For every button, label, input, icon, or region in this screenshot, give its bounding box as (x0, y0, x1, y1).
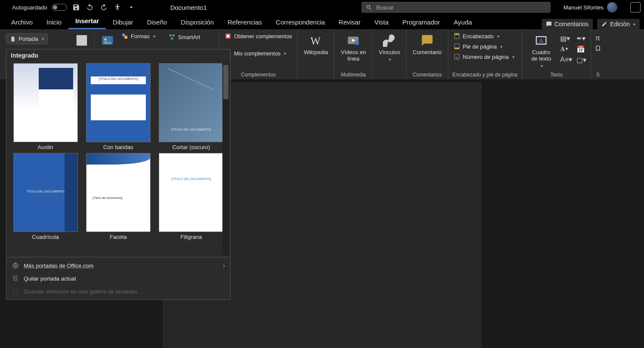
group-text: A Cuadro de texto▾ ▤▾ 𝐀▾ A≡▾ ✒▾ 📅 ▢▾ Tex… (522, 29, 591, 79)
tab-revisar[interactable]: Revisar (332, 16, 367, 29)
user-name: Manuel Sifontes (564, 4, 604, 11)
page-number-button[interactable]: # Número de página▾ (453, 52, 518, 61)
group-comments: Comentario Comentarios (407, 29, 448, 79)
picture-icon (101, 34, 114, 47)
cover-thumbnail: [TÍTULO DEL DOCUMENTO] (86, 63, 151, 142)
header-icon (453, 33, 460, 40)
search-box[interactable]: Buscar (361, 2, 551, 13)
comment-button[interactable]: Comentario (411, 32, 443, 55)
tab-ayuda[interactable]: Ayuda (447, 16, 479, 29)
svg-rect-9 (227, 35, 230, 38)
editing-mode-button[interactable]: Edición ▾ (597, 19, 640, 29)
svg-rect-7 (171, 37, 173, 40)
avatar (607, 2, 617, 12)
online-videos-label: Vídeos en línea (340, 49, 366, 62)
group-text-label: Texto (527, 71, 586, 78)
my-addins-label: Mis complementos (234, 50, 280, 57)
quick-parts-icon[interactable]: ▤▾ (560, 34, 572, 43)
tab-correspondencia[interactable]: Correspondencia (269, 16, 332, 29)
get-addins-button[interactable]: Obtener complementos (224, 32, 293, 40)
cover-option-filigrana[interactable]: [TÍTULO DEL DOCUMENTO]Filigrana (157, 153, 226, 240)
comment-bubble-icon (420, 34, 434, 47)
gallery-scrollbar[interactable] (222, 63, 229, 255)
equation-icon[interactable]: π (595, 34, 601, 42)
cover-option-label: Cuadrícula (32, 234, 59, 240)
online-videos-button[interactable]: Vídeos en línea (339, 32, 368, 62)
cover-option-cuadricula[interactable]: TÍTULO DEL DOCUMENTOCuadrícula (11, 153, 80, 240)
tab-archivo[interactable]: Archivo (4, 16, 40, 29)
shapes-icon (121, 33, 128, 40)
user-account[interactable]: Manuel Sifontes (564, 2, 617, 12)
more-covers-menuitem[interactable]: Más portadas de Office.com › (6, 259, 230, 272)
page-icon (10, 36, 16, 42)
cover-option-cortar[interactable]: [TÍTULO DEL DOCUMENTO]Cortar (oscuro) (157, 63, 226, 150)
page-number-label: Número de página (463, 54, 509, 60)
smartart-label: SmartArt (178, 34, 200, 40)
links-button[interactable]: Vínculos ▾ (377, 32, 402, 62)
tab-insertar[interactable]: Insertar (68, 15, 106, 29)
cover-option-faceta[interactable]: [Título del documento]Faceta (83, 153, 153, 240)
group-links: Vínculos ▾ (373, 29, 407, 79)
drop-cap-icon[interactable]: A≡▾ (560, 55, 572, 64)
footer-button[interactable]: Pie de página▾ (453, 42, 518, 51)
tab-dibujar[interactable]: Dibujar (106, 16, 140, 29)
remove-cover-menuitem[interactable]: Quitar portada actual (6, 272, 230, 285)
window-restore-icon[interactable] (630, 2, 641, 12)
smartart-icon (169, 34, 176, 40)
video-icon (346, 34, 360, 47)
undo-icon[interactable] (85, 3, 95, 12)
footer-icon (453, 43, 460, 50)
chevron-down-icon: ▾ (389, 57, 391, 62)
pictures-button[interactable] (99, 32, 116, 47)
table-icon (75, 34, 89, 47)
tab-programador[interactable]: Programador (395, 16, 447, 29)
cover-option-austin[interactable]: [Título del documento]Austin (11, 63, 80, 150)
smartart-button[interactable]: SmartArt (168, 33, 201, 41)
cover-thumbnail: [TÍTULO DEL DOCUMENTO] (159, 153, 223, 232)
redo-icon[interactable] (99, 3, 108, 12)
tab-diseno[interactable]: Diseño (140, 16, 174, 29)
group-header-footer: Encabezado▾ Pie de página▾ # Número de p… (448, 29, 522, 79)
wikipedia-button[interactable]: W Wikipedia (302, 32, 330, 55)
cover-page-label: Portada (18, 36, 38, 42)
table-button[interactable] (73, 32, 90, 47)
cover-page-gallery: Integrado [Título del documento]Austin[T… (6, 49, 231, 300)
qat-overflow-icon[interactable] (126, 3, 136, 12)
object-icon[interactable]: ▢▾ (576, 56, 586, 64)
cover-option-label: Cortar (oscuro) (173, 144, 210, 150)
tab-vista[interactable]: Vista (367, 16, 395, 29)
svg-rect-6 (173, 34, 175, 37)
svg-text:#: # (456, 56, 458, 59)
tab-inicio[interactable]: Inicio (40, 16, 68, 29)
date-time-icon[interactable]: 📅 (576, 45, 586, 53)
group-multimedia-label: Multimedia (339, 71, 368, 78)
header-button[interactable]: Encabezado▾ (453, 32, 518, 40)
group-symbols: π Ω S (591, 29, 605, 79)
save-icon[interactable] (71, 3, 81, 12)
my-addins-button[interactable]: Mis complementos▾ (224, 49, 293, 58)
cover-page-button[interactable]: Portada ▾ (6, 34, 48, 44)
accessibility-icon[interactable] (113, 3, 122, 12)
symbol-icon[interactable]: Ω (595, 45, 601, 52)
pencil-icon (601, 21, 607, 27)
autosave-toggle[interactable] (52, 4, 67, 11)
tab-referencias[interactable]: Referencias (221, 16, 269, 29)
comments-label: Comentarios (555, 21, 589, 27)
save-page-icon (12, 287, 19, 295)
svg-rect-23 (13, 289, 17, 293)
footer-label: Pie de página (463, 43, 497, 50)
save-selection-menuitem: Guardar selección en una galería de port… (6, 285, 230, 298)
autosave-label: Autoguardado (12, 4, 47, 11)
group-header-footer-label: Encabezado y pie de página (453, 71, 518, 78)
wikipedia-label: Wikipedia (304, 49, 328, 55)
tab-disposicion[interactable]: Disposición (174, 16, 221, 29)
cover-option-bandas[interactable]: [TÍTULO DEL DOCUMENTO]Con bandas (83, 63, 153, 150)
svg-rect-4 (124, 36, 127, 39)
signature-icon[interactable]: ✒▾ (576, 34, 586, 43)
comments-button[interactable]: Comentarios (542, 19, 593, 29)
wordart-icon[interactable]: 𝐀▾ (560, 45, 572, 53)
text-box-button[interactable]: A Cuadro de texto▾ (527, 32, 556, 68)
save-selection-label: Guardar selección en una galería de port… (24, 288, 142, 295)
document-title: Documento1 (170, 4, 207, 11)
more-covers-label: Más portadas de Office.com (24, 263, 93, 269)
